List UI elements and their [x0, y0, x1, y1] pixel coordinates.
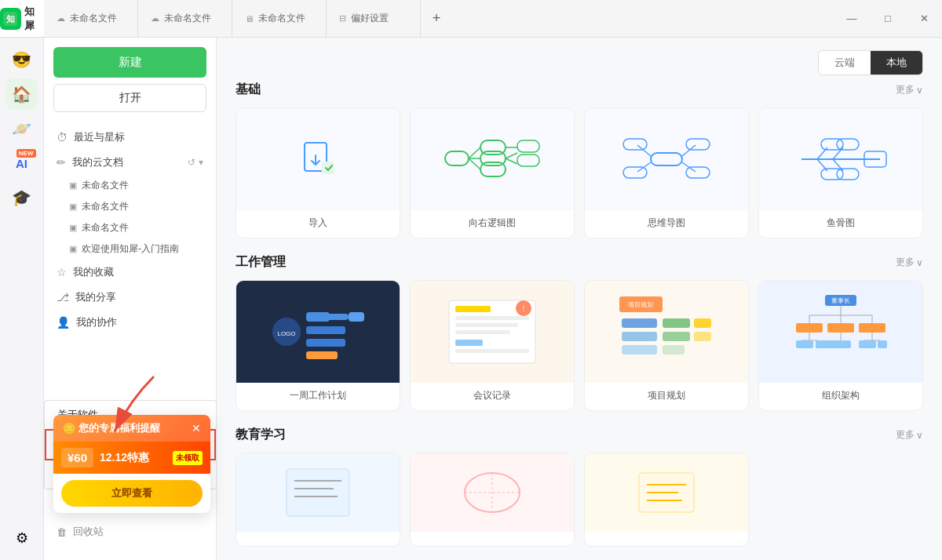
edu-card-2[interactable] — [410, 453, 575, 547]
sidebar-settings[interactable]: ⚙ — [6, 522, 38, 554]
refresh-icon[interactable]: ↺ — [188, 157, 195, 168]
education-more-link[interactable]: 更多 ∨ — [896, 428, 923, 442]
sidebar-explore[interactable]: 🪐 — [6, 113, 38, 144]
nav-collab[interactable]: 👤 我的协作 — [44, 310, 216, 335]
tab-3-icon: 🖥 — [245, 14, 254, 24]
titlebar: 知 知犀 ☁ 未命名文件 ☁ 未命名文件 🖥 未命名文件 ⊟ 偏好设置 + — … — [0, 0, 942, 38]
add-tab-button[interactable]: + — [421, 0, 452, 37]
svg-rect-38 — [306, 312, 330, 322]
file-icon-welcome: ▣ — [69, 244, 77, 254]
tab-2-icon: ☁ — [151, 13, 159, 24]
tab-settings-label: 偏好设置 — [351, 12, 389, 25]
svg-rect-47 — [455, 316, 529, 320]
svg-rect-60 — [663, 332, 690, 341]
svg-rect-71 — [796, 323, 823, 333]
tab-2[interactable]: ☁ 未命名文件 — [138, 0, 232, 37]
tab-3[interactable]: 🖥 未命名文件 — [232, 0, 327, 37]
svg-rect-57 — [622, 332, 657, 341]
tab-settings[interactable]: ⊟ 偏好设置 — [327, 0, 421, 37]
promo-tag: 12.12特惠 — [100, 451, 166, 465]
svg-rect-73 — [859, 323, 885, 333]
import-preview — [236, 108, 400, 210]
recycle-bin[interactable]: 🗑 回收站 — [44, 519, 216, 544]
cloud-local-toggle: 云端 本地 — [818, 50, 923, 75]
svg-rect-56 — [622, 318, 657, 328]
org-card[interactable]: 董事长 — [758, 280, 923, 411]
nav-favorites-label: 我的收藏 — [73, 265, 203, 279]
svg-rect-84 — [287, 469, 349, 516]
nav-favorites[interactable]: ☆ 我的收藏 — [44, 260, 216, 285]
nav-share[interactable]: ⎇ 我的分享 — [44, 285, 216, 310]
mindmap-preview — [585, 108, 748, 210]
work-plan-label: 一周工作计划 — [236, 383, 400, 410]
share-icon: ⎇ — [57, 291, 69, 304]
chevron-down-icon[interactable]: ▾ — [199, 157, 203, 168]
file-icon-2: ▣ — [69, 202, 77, 212]
work-section-header: 工作管理 更多 ∨ — [236, 254, 923, 271]
new-button[interactable]: 新建 — [53, 47, 206, 78]
svg-rect-16 — [517, 155, 539, 166]
sub-file-welcome[interactable]: ▣ 欢迎使用知犀-入门指南 — [44, 238, 216, 260]
sub-file-1[interactable]: ▣ 未命名文件 — [44, 175, 216, 196]
edu-card-1[interactable] — [236, 453, 400, 547]
minimize-button[interactable]: — — [834, 0, 870, 37]
edu-card-3[interactable] — [584, 453, 749, 547]
sidebar-avatar[interactable]: 😎 — [6, 44, 38, 75]
svg-rect-72 — [827, 323, 854, 333]
nav-cloud-docs[interactable]: ✏ 我的云文档 ↺ ▾ — [44, 150, 216, 175]
svg-rect-19 — [623, 139, 647, 150]
popup-close-button[interactable]: ✕ — [192, 422, 201, 435]
import-card[interactable]: 导入 — [236, 107, 400, 238]
tab-2-label: 未命名文件 — [164, 12, 211, 25]
svg-rect-48 — [455, 323, 518, 327]
tab-1[interactable]: ☁ 未命名文件 — [44, 0, 138, 37]
cloud-docs-icon: ✏ — [57, 156, 66, 169]
sub-file-welcome-label: 欢迎使用知犀-入门指南 — [82, 242, 179, 256]
file-icon-1: ▣ — [69, 180, 77, 191]
work-plan-preview: LOGO — [236, 281, 400, 383]
popup-promo: ¥60 12.12特惠 未领取 — [53, 442, 210, 474]
project-card[interactable]: 项目规划 项目规划 — [584, 280, 749, 411]
window-controls: — □ ✕ — [834, 0, 942, 37]
nav-recent[interactable]: ⏱ 最近与星标 — [44, 125, 216, 150]
svg-rect-61 — [663, 345, 685, 355]
svg-rect-51 — [455, 349, 529, 353]
svg-rect-39 — [306, 326, 345, 334]
svg-rect-25 — [686, 167, 710, 178]
svg-rect-23 — [686, 139, 710, 150]
basics-more-link[interactable]: 更多 ∨ — [896, 83, 923, 96]
edu-1-label — [236, 532, 400, 546]
open-button[interactable]: 打开 — [53, 84, 206, 112]
coin-icon: 🪙 — [63, 423, 75, 435]
logic-right-card[interactable]: 向右逻辑图 — [410, 107, 575, 238]
svg-text:!: ! — [523, 304, 525, 313]
edu-chevron-icon: ∨ — [916, 430, 923, 441]
maximize-button[interactable]: □ — [870, 0, 906, 37]
ai-icon: AI — [16, 157, 27, 170]
cloud-toggle-button[interactable]: 云端 — [819, 51, 871, 75]
favorites-icon: ☆ — [57, 266, 67, 278]
sidebar-home[interactable]: 🏠 — [6, 78, 38, 110]
svg-text:知: 知 — [5, 14, 15, 24]
local-toggle-button[interactable]: 本地 — [871, 51, 922, 75]
project-label: 项目规划 — [585, 383, 748, 410]
logo-icon: 知 — [0, 8, 21, 30]
close-button[interactable]: ✕ — [906, 0, 942, 37]
work-more-link[interactable]: 更多 ∨ — [896, 256, 923, 269]
edu-2-label — [411, 532, 574, 546]
work-plan-card[interactable]: LOGO 一周工作计划 — [236, 280, 400, 411]
sidebar-ai[interactable]: AI NEW — [6, 147, 38, 179]
sidebar-learn[interactable]: 🎓 — [6, 182, 38, 213]
org-preview: 董事长 — [759, 281, 922, 383]
svg-rect-15 — [517, 140, 539, 152]
edu-2-preview — [411, 453, 574, 532]
meeting-preview: ! — [411, 281, 574, 383]
meeting-card[interactable]: ! 会议记录 — [410, 280, 575, 411]
edu-3-preview — [585, 453, 748, 532]
promo-cta-button[interactable]: 立即查看 — [61, 480, 203, 507]
mindmap-card[interactable]: 思维导图 — [584, 107, 749, 238]
sub-file-1-label: 未命名文件 — [82, 179, 129, 192]
sub-file-3[interactable]: ▣ 未命名文件 — [44, 217, 216, 238]
sub-file-2[interactable]: ▣ 未命名文件 — [44, 196, 216, 217]
fishbone-card[interactable]: 鱼骨图 — [758, 107, 923, 238]
